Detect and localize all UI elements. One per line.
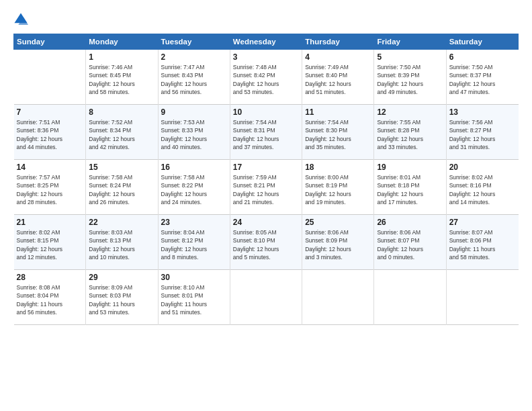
week-row-5: 28Sunrise: 8:08 AM Sunset: 8:04 PM Dayli… — [14, 270, 519, 325]
calendar-cell: 11Sunrise: 7:54 AM Sunset: 8:30 PM Dayli… — [302, 105, 374, 160]
cell-content: Sunrise: 7:52 AM Sunset: 8:34 PM Dayligh… — [89, 118, 154, 151]
week-row-3: 14Sunrise: 7:57 AM Sunset: 8:25 PM Dayli… — [14, 160, 519, 215]
calendar-cell: 25Sunrise: 8:06 AM Sunset: 8:09 PM Dayli… — [302, 215, 374, 270]
header — [13, 12, 519, 27]
calendar-cell: 5Sunrise: 7:50 AM Sunset: 8:39 PM Daylig… — [374, 50, 446, 105]
day-number: 29 — [89, 273, 154, 282]
week-row-4: 21Sunrise: 8:02 AM Sunset: 8:15 PM Dayli… — [14, 215, 519, 270]
day-number: 6 — [449, 52, 516, 62]
cell-content: Sunrise: 7:54 AM Sunset: 8:30 PM Dayligh… — [305, 118, 371, 151]
calendar-cell: 14Sunrise: 7:57 AM Sunset: 8:25 PM Dayli… — [14, 160, 86, 215]
cell-content: Sunrise: 8:00 AM Sunset: 8:19 PM Dayligh… — [305, 173, 371, 206]
page: SundayMondayTuesdayWednesdayThursdayFrid… — [0, 0, 532, 411]
day-number: 11 — [305, 107, 371, 117]
cell-content: Sunrise: 8:02 AM Sunset: 8:16 PM Dayligh… — [449, 173, 516, 206]
day-number: 27 — [449, 218, 516, 227]
day-number: 20 — [449, 163, 516, 172]
header-cell-saturday: Saturday — [446, 34, 518, 50]
day-number: 5 — [377, 52, 443, 62]
day-number: 12 — [377, 107, 443, 117]
calendar-cell: 29Sunrise: 8:09 AM Sunset: 8:03 PM Dayli… — [86, 270, 158, 325]
day-number: 25 — [305, 218, 371, 227]
week-row-1: 1Sunrise: 7:46 AM Sunset: 8:45 PM Daylig… — [14, 50, 519, 105]
cell-content: Sunrise: 7:51 AM Sunset: 8:36 PM Dayligh… — [17, 118, 83, 151]
day-number: 30 — [161, 273, 227, 282]
calendar-cell — [374, 270, 446, 325]
header-cell-monday: Monday — [86, 34, 158, 50]
calendar-cell: 17Sunrise: 7:59 AM Sunset: 8:21 PM Dayli… — [230, 160, 302, 215]
calendar-cell: 15Sunrise: 7:58 AM Sunset: 8:24 PM Dayli… — [86, 160, 158, 215]
day-number: 24 — [233, 218, 299, 227]
cell-content: Sunrise: 8:04 AM Sunset: 8:12 PM Dayligh… — [161, 228, 227, 261]
cell-content: Sunrise: 7:50 AM Sunset: 8:37 PM Dayligh… — [449, 63, 516, 96]
header-cell-friday: Friday — [374, 34, 446, 50]
day-number: 7 — [17, 107, 83, 117]
day-number: 22 — [89, 218, 154, 227]
calendar-header: SundayMondayTuesdayWednesdayThursdayFrid… — [14, 34, 519, 50]
cell-content: Sunrise: 8:06 AM Sunset: 8:09 PM Dayligh… — [305, 228, 371, 261]
calendar-cell: 10Sunrise: 7:54 AM Sunset: 8:31 PM Dayli… — [230, 105, 302, 160]
day-number: 21 — [17, 218, 83, 227]
cell-content: Sunrise: 8:08 AM Sunset: 8:04 PM Dayligh… — [17, 283, 83, 316]
calendar-cell: 3Sunrise: 7:48 AM Sunset: 8:42 PM Daylig… — [230, 50, 302, 105]
cell-content: Sunrise: 7:55 AM Sunset: 8:28 PM Dayligh… — [377, 118, 443, 151]
cell-content: Sunrise: 7:50 AM Sunset: 8:39 PM Dayligh… — [377, 63, 443, 96]
cell-content: Sunrise: 8:06 AM Sunset: 8:07 PM Dayligh… — [377, 228, 443, 261]
day-number: 23 — [161, 218, 227, 227]
calendar-cell: 23Sunrise: 8:04 AM Sunset: 8:12 PM Dayli… — [158, 215, 230, 270]
calendar-cell — [230, 270, 302, 325]
header-cell-sunday: Sunday — [14, 34, 86, 50]
day-number: 2 — [161, 52, 227, 62]
cell-content: Sunrise: 8:03 AM Sunset: 8:13 PM Dayligh… — [89, 228, 154, 261]
day-number: 14 — [17, 163, 83, 172]
calendar-cell: 6Sunrise: 7:50 AM Sunset: 8:37 PM Daylig… — [446, 50, 518, 105]
day-number: 10 — [233, 107, 299, 117]
calendar-cell: 12Sunrise: 7:55 AM Sunset: 8:28 PM Dayli… — [374, 105, 446, 160]
week-row-2: 7Sunrise: 7:51 AM Sunset: 8:36 PM Daylig… — [14, 105, 519, 160]
cell-content: Sunrise: 8:07 AM Sunset: 8:06 PM Dayligh… — [449, 228, 516, 261]
cell-content: Sunrise: 7:48 AM Sunset: 8:42 PM Dayligh… — [233, 63, 299, 96]
cell-content: Sunrise: 7:49 AM Sunset: 8:40 PM Dayligh… — [305, 63, 371, 96]
calendar-cell: 9Sunrise: 7:53 AM Sunset: 8:33 PM Daylig… — [158, 105, 230, 160]
calendar-cell: 16Sunrise: 7:58 AM Sunset: 8:22 PM Dayli… — [158, 160, 230, 215]
calendar-cell: 30Sunrise: 8:10 AM Sunset: 8:01 PM Dayli… — [158, 270, 230, 325]
calendar-cell: 22Sunrise: 8:03 AM Sunset: 8:13 PM Dayli… — [86, 215, 158, 270]
day-number: 1 — [89, 52, 154, 62]
cell-content: Sunrise: 7:58 AM Sunset: 8:24 PM Dayligh… — [89, 173, 154, 206]
calendar-cell: 28Sunrise: 8:08 AM Sunset: 8:04 PM Dayli… — [14, 270, 86, 325]
day-number: 18 — [305, 163, 371, 172]
cell-content: Sunrise: 7:58 AM Sunset: 8:22 PM Dayligh… — [161, 173, 227, 206]
day-number: 15 — [89, 163, 154, 172]
cell-content: Sunrise: 7:54 AM Sunset: 8:31 PM Dayligh… — [233, 118, 299, 151]
day-number: 17 — [233, 163, 299, 172]
cell-content: Sunrise: 7:59 AM Sunset: 8:21 PM Dayligh… — [233, 173, 299, 206]
cell-content: Sunrise: 8:01 AM Sunset: 8:18 PM Dayligh… — [377, 173, 443, 206]
cell-content: Sunrise: 8:02 AM Sunset: 8:15 PM Dayligh… — [17, 228, 83, 261]
day-number: 3 — [233, 52, 299, 62]
header-cell-tuesday: Tuesday — [158, 34, 230, 50]
calendar-table: SundayMondayTuesdayWednesdayThursdayFrid… — [13, 34, 519, 325]
calendar-cell: 1Sunrise: 7:46 AM Sunset: 8:45 PM Daylig… — [86, 50, 158, 105]
day-number: 13 — [449, 107, 516, 117]
calendar-cell: 18Sunrise: 8:00 AM Sunset: 8:19 PM Dayli… — [302, 160, 374, 215]
day-number: 19 — [377, 163, 443, 172]
cell-content: Sunrise: 7:47 AM Sunset: 8:43 PM Dayligh… — [161, 63, 227, 96]
calendar-cell: 2Sunrise: 7:47 AM Sunset: 8:43 PM Daylig… — [158, 50, 230, 105]
header-cell-thursday: Thursday — [302, 34, 374, 50]
calendar-cell: 19Sunrise: 8:01 AM Sunset: 8:18 PM Dayli… — [374, 160, 446, 215]
calendar-cell: 24Sunrise: 8:05 AM Sunset: 8:10 PM Dayli… — [230, 215, 302, 270]
cell-content: Sunrise: 7:56 AM Sunset: 8:27 PM Dayligh… — [449, 118, 516, 151]
day-number: 4 — [305, 52, 371, 62]
cell-content: Sunrise: 8:09 AM Sunset: 8:03 PM Dayligh… — [89, 283, 154, 316]
cell-content: Sunrise: 8:05 AM Sunset: 8:10 PM Dayligh… — [233, 228, 299, 261]
logo-icon — [13, 12, 28, 27]
calendar-cell: 21Sunrise: 8:02 AM Sunset: 8:15 PM Dayli… — [14, 215, 86, 270]
day-number: 16 — [161, 163, 227, 172]
calendar-cell — [302, 270, 374, 325]
calendar-cell: 27Sunrise: 8:07 AM Sunset: 8:06 PM Dayli… — [446, 215, 518, 270]
calendar-cell: 26Sunrise: 8:06 AM Sunset: 8:07 PM Dayli… — [374, 215, 446, 270]
day-number: 26 — [377, 218, 443, 227]
calendar-cell: 13Sunrise: 7:56 AM Sunset: 8:27 PM Dayli… — [446, 105, 518, 160]
header-cell-wednesday: Wednesday — [230, 34, 302, 50]
calendar-cell: 20Sunrise: 8:02 AM Sunset: 8:16 PM Dayli… — [446, 160, 518, 215]
